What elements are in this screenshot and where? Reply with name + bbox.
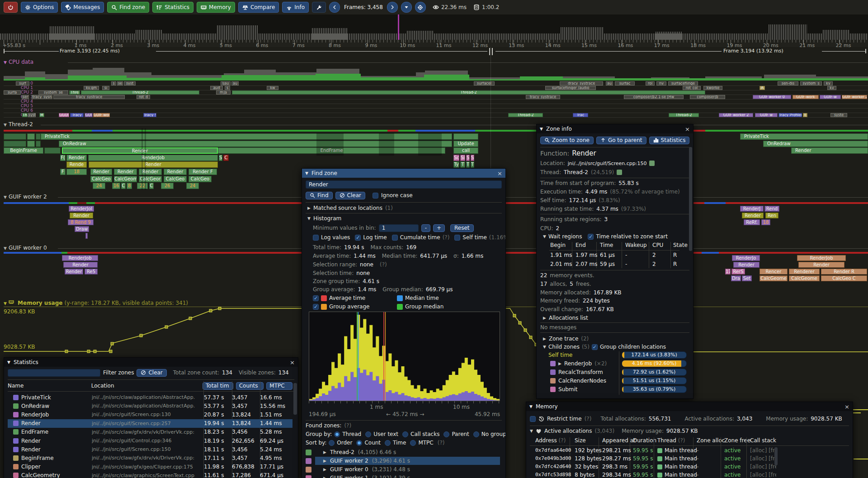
- stats-scrollbar[interactable]: [293, 383, 297, 415]
- options-button[interactable]: Options: [21, 2, 58, 13]
- zone-calcgeo[interactable]: CalcGeo: [164, 176, 187, 182]
- group-by-no-groupi-radio[interactable]: [473, 431, 479, 437]
- zone-render[interactable]: Render: [114, 169, 137, 175]
- zone-calcgeo-c[interactable]: CalcGeo C: [821, 275, 867, 281]
- zone-renderjob[interactable]: RenderJob: [62, 255, 98, 261]
- cpu-zone-dracy-systrace[interactable]: dracy_systrace: [560, 81, 603, 85]
- col-total-time-button[interactable]: Total tim: [203, 382, 233, 390]
- cpu-zone-surf[interactable]: surf: [16, 81, 29, 85]
- zone-ty[interactable]: Ty: [453, 161, 459, 168]
- cpu-zone-nv[interactable]: nv: [656, 81, 666, 85]
- sort-by-count-radio[interactable]: [356, 440, 362, 446]
- cpu-zone-guif-worker-2[interactable]: GUIF worker 2: [842, 95, 867, 99]
- thread-header-thread-2[interactable]: ▼Thread-2: [4, 121, 33, 128]
- zone-18[interactable]: 18: [66, 169, 87, 175]
- stats-row-privatetick-0[interactable]: PrivateTickjni/../jni/src/claw/applicati…: [8, 393, 292, 402]
- zone-renderjo[interactable]: RenderJo: [732, 255, 760, 261]
- zone-render[interactable]: Render: [70, 213, 93, 218]
- stats-row-render-6[interactable]: Renderjni/../jni/src/guif/Screen.cpp:150…: [8, 445, 292, 454]
- memory-scrollbar[interactable]: [774, 447, 778, 465]
- cpu-zone-guif-wor[interactable]: GUIF wor: [93, 113, 110, 117]
- zone-update[interactable]: Update: [453, 141, 478, 147]
- filter-zones-input[interactable]: [8, 369, 100, 377]
- cpu-zone-guif-w[interactable]: GUIF w: [755, 113, 778, 117]
- cpu-zone-tracy-profiler[interactable]: Tracy Profiler: [778, 113, 802, 117]
- zone-dra[interactable]: Dra: [731, 275, 741, 281]
- zone-s[interactable]: S: [471, 155, 474, 161]
- cpu-data-header[interactable]: ▼CPU data: [4, 59, 33, 65]
- cpu-zone-composer[interactable]: composer@: [690, 95, 725, 99]
- zone-re5[interactable]: Re5: [85, 269, 98, 274]
- zoom-to-zone-button[interactable]: Zoom to zone: [540, 137, 594, 144]
- cpu-zone-guif-worker-0[interactable]: GUIF worker 0: [753, 95, 791, 99]
- zone-render[interactable]: Render: [65, 269, 83, 274]
- self-time-checkbox[interactable]: [454, 235, 460, 241]
- statistics-button[interactable]: Statistics: [152, 2, 193, 13]
- zone-f[interactable]: F(: [60, 155, 66, 161]
- cpu-zone-guif-w[interactable]: GUIF-w: [820, 95, 841, 99]
- thread-header-guif-worker-0[interactable]: ▼GUIF worker 0: [4, 245, 47, 251]
- zone-c[interactable]: C: [223, 155, 229, 161]
- cpu-zone-tracy-systrace[interactable]: tracy_systrace: [526, 95, 560, 99]
- zone-24[interactable]: 24: [186, 183, 199, 189]
- zone-renderer[interactable]: Renderer: [789, 269, 820, 274]
- cpu-zone-rol[interactable]: rol: [646, 81, 655, 85]
- zone-render-f[interactable]: Render F: [189, 169, 217, 175]
- zone-zone[interactable]: [85, 233, 88, 239]
- zone-render[interactable]: Render: [90, 169, 112, 175]
- cpu-zone-surfaceflinge[interactable]: surfaceflinge: [668, 81, 698, 85]
- find-zone-query-input[interactable]: Render: [306, 180, 502, 189]
- statistics-window-titlebar[interactable]: ▼Statistics×: [4, 358, 298, 367]
- min-bin-input[interactable]: 1: [379, 224, 419, 232]
- cpu-zone-syste[interactable]: syste: [830, 113, 847, 117]
- zone-s[interactable]: S: [219, 155, 222, 161]
- zone-26[interactable]: 26: [161, 183, 174, 189]
- close-icon[interactable]: ×: [290, 359, 295, 366]
- wait-regions-header[interactable]: ▼Wait regions✓Time relative to zone star…: [543, 233, 668, 240]
- zone-info-window-titlebar[interactable]: ▼Zone info×: [537, 124, 693, 133]
- reset-button[interactable]: Reset: [450, 224, 474, 232]
- cpu-zone-syst[interactable]: syst: [124, 81, 136, 85]
- zone-trace-header[interactable]: ▶Zone trace(2): [543, 335, 589, 342]
- cpu-zone-kv-gm[interactable]: kv.gm: [84, 86, 99, 90]
- cpu-zone-m-a[interactable]: m]a: [216, 90, 231, 95]
- col-mtpc-button[interactable]: MTPC: [266, 382, 292, 390]
- cpu-zone-s[interactable]: s: [111, 81, 116, 85]
- stats-row-calcgeometry-9[interactable]: CalcGeometryjni/../jni/src/claw/graphics…: [8, 471, 292, 478]
- stats-row-clipper-8[interactable]: Clipperjni/../jni/src/claw/gfx/geo/Clipp…: [8, 463, 292, 471]
- info-button[interactable]: Info: [282, 2, 309, 13]
- zone-set[interactable]: Set: [742, 275, 752, 281]
- tools-button[interactable]: [312, 2, 326, 13]
- zone-t[interactable]: T: [466, 161, 470, 168]
- zone-zone[interactable]: [4, 133, 26, 140]
- child-zone-row-recalctransform[interactable]: RecalcTransform: [550, 369, 603, 376]
- found-zone-row-guif-worker-1[interactable]: ▶GUIF worker 1(3,192) 4.39 s: [306, 474, 500, 478]
- next-frame-button[interactable]: [387, 2, 398, 13]
- log-time-checkbox[interactable]: ✓: [355, 235, 361, 241]
- power-button[interactable]: [4, 2, 18, 13]
- cpu-zone-ljau[interactable]: ljau: [221, 81, 231, 85]
- active-allocations-header[interactable]: ▼Active allocations(3,043)Memory usage:9…: [530, 427, 698, 435]
- find-zone-histogram[interactable]: [309, 312, 500, 401]
- cpu-zone-syst[interactable]: syst: [28, 113, 36, 117]
- cpu-zone-a[interactable]: A: [760, 86, 765, 90]
- cpu-zone-tracy[interactable]: Tracy !: [143, 113, 156, 117]
- cpu-zone-si[interactable]: si: [102, 86, 109, 90]
- stats-row-beginframe-7[interactable]: BeginFramejni/../jni/src/claw/gfx/drv/vk…: [8, 454, 292, 462]
- found-zone-row-guif-worker-0[interactable]: ▶GUIF worker 0(3,231) 4.48 s: [306, 465, 500, 473]
- cpu-zone-guif-worker-2[interactable]: GUIF worker 2: [719, 113, 753, 117]
- zone-zone[interactable]: [36, 133, 41, 140]
- zone-calcgeo[interactable]: CalcGeo: [90, 176, 112, 182]
- zone-17[interactable]: 17: [725, 269, 731, 274]
- matched-source-locations[interactable]: ▶Matched source locations(1): [307, 204, 393, 212]
- zone-16[interactable]: 16: [112, 183, 120, 189]
- zone-18[interactable]: 18: [761, 219, 770, 225]
- cpu-zone-system-se[interactable]: system_se: [38, 90, 68, 95]
- sort-by-mtpc-radio[interactable]: [410, 440, 416, 446]
- child-zone-row-calcrendernodes[interactable]: CalcRenderNodes: [550, 377, 606, 384]
- zone-f[interactable]: F: [60, 169, 66, 175]
- zone-calcgeome[interactable]: CalcGeome: [789, 275, 820, 281]
- compare-button[interactable]: Compare: [238, 2, 279, 13]
- zone-rerf[interactable]: ReRf.: [744, 219, 760, 225]
- cpu-zone-th[interactable]: Th: [22, 113, 28, 117]
